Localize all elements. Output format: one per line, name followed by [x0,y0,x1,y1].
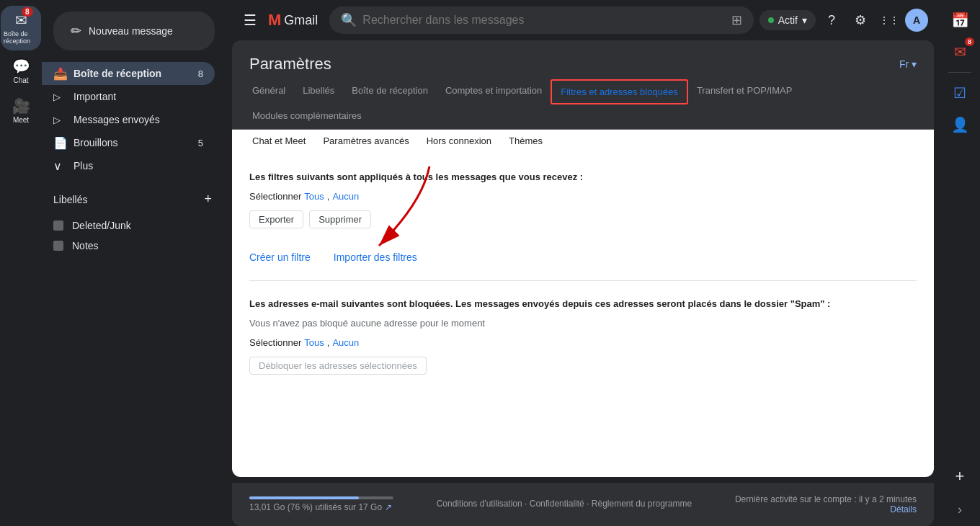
compose-button[interactable]: ✏ Nouveau message [53,12,215,50]
label-deleted-junk[interactable]: Deleted/Junk [42,215,215,236]
drafts-count: 5 [198,138,203,148]
contacts-icon: 👤 [951,116,969,133]
labels-section-header: Libellés + [42,183,226,215]
status-button[interactable]: Actif ▾ [760,10,816,30]
settings-tabs-row2: Chat et Meet Paramètres avancés Hors con… [232,130,934,154]
nav-inbox-label: Boîte de réception [74,68,195,79]
storage-label: 13,01 Go (76 %) utilisés sur 17 Go [249,502,382,512]
mail-nav-item[interactable]: ✉ 8 Boîte de réception [1,6,41,50]
hamburger-menu[interactable]: ☰ [238,6,262,35]
search-options-icon[interactable]: ⊞ [731,12,742,28]
create-filter-section: Créer un filtre Importer des filtres [249,246,917,281]
storage-text: 13,01 Go (76 %) utilisés sur 17 Go ↗ [249,502,393,512]
tab-chat[interactable]: Chat et Meet [244,130,314,154]
search-bar[interactable]: 🔍 ⊞ [329,6,753,34]
right-rail-calendar[interactable]: 📅 [945,6,974,35]
status-dot [768,17,774,23]
sent-icon: ▷ [53,115,74,125]
tab-themes[interactable]: Thèmes [500,130,551,154]
nav-important[interactable]: ▷ Important [42,85,215,108]
search-input[interactable] [362,14,725,27]
select-all-link[interactable]: Tous [304,191,324,202]
nav-sent[interactable]: ▷ Messages envoyés [42,108,215,131]
nav-more[interactable]: ∨ Plus [42,154,215,177]
nav-drafts-label: Brouillons [74,137,195,148]
tab-inbox[interactable]: Boîte de réception [343,79,437,104]
nav-drafts[interactable]: 📄 Brouillons 5 [42,131,215,154]
calendar-icon: 📅 [951,12,969,29]
apps-button[interactable]: ⋮⋮ [876,7,902,33]
right-rail: 📅 ✉ 8 ☑ 👤 + › [940,0,980,526]
topbar-actions: Actif ▾ ? ⚙ ⋮⋮ A [760,7,928,33]
delete-button[interactable]: Supprimer [309,210,371,228]
meet-nav-item[interactable]: 🎥 Meet [1,92,41,130]
import-filter-link[interactable]: Importer des filtres [334,251,417,263]
tab-addons[interactable]: Modules complémentaires [244,104,370,129]
left-icon-rail: ✉ 8 Boîte de réception 💬 Chat 🎥 Meet [0,0,42,526]
program-link[interactable]: Règlement du programme [592,499,692,509]
tab-accounts[interactable]: Comptes et importation [437,79,551,104]
settings-button[interactable]: ⚙ [847,7,873,33]
footer-activity: Dernière activité sur le compte : il y a… [735,494,917,514]
avatar[interactable]: A [905,9,928,32]
chevron-down-icon: ∨ [53,159,74,173]
blocked-select-all-link[interactable]: Tous [304,337,324,348]
right-rail-check[interactable]: ☑ [945,79,974,107]
footer-links: Conditions d'utilisation · Confidentiali… [437,497,692,511]
details-link[interactable]: Détails [890,504,917,514]
create-filter-link[interactable]: Créer un filtre [249,251,311,263]
storage-bar [249,496,393,499]
right-mail-icon: ✉ [954,43,966,61]
settings-tabs-row1: Général Libellés Boîte de réception Comp… [232,73,934,130]
compose-label: Nouveau message [89,25,173,37]
activity-text: Dernière activité sur le compte : il y a… [735,494,917,504]
right-rail-mail[interactable]: ✉ 8 [945,37,974,66]
unblock-button[interactable]: Débloquer les adresses sélectionnées [249,357,427,375]
nav-important-label: Important [74,91,203,102]
mail-icon: ✉ 8 [15,12,27,29]
footer: 13,01 Go (76 %) utilisés sur 17 Go ↗ Con… [232,483,934,526]
storage-section: 13,01 Go (76 %) utilisés sur 17 Go ↗ [249,496,393,512]
chat-nav-item[interactable]: 💬 Chat [1,52,41,90]
select-label: Sélectionner [249,191,301,202]
blocked-select-comma: , [327,337,330,348]
tab-offline[interactable]: Hors connexion [418,130,500,154]
select-none-link[interactable]: Aucun [332,191,359,202]
blocked-section: Les adresses e-mail suivantes sont bloqu… [249,298,917,375]
privacy-link[interactable]: Confidentialité [530,499,584,509]
status-chevron-icon: ▾ [802,14,807,26]
tab-advanced[interactable]: Paramètres avancés [314,130,417,154]
tab-labels[interactable]: Libellés [294,79,343,104]
filter-select-row: Sélectionner Tous , Aucun [249,191,917,202]
inbox-count: 8 [198,68,203,79]
add-label-button[interactable]: + [201,189,215,210]
label-notes-text: Notes [72,240,99,251]
label-notes[interactable]: Notes [42,236,215,256]
help-button[interactable]: ? [819,7,845,33]
compose-icon: ✏ [71,23,81,39]
right-rail-add-button[interactable]: + [945,462,974,491]
tab-forwarding[interactable]: Transfert et POP/IMAP [688,79,801,104]
tab-filters[interactable]: Filtres et adresses bloquées [551,79,688,104]
chat-nav-label: Chat [13,76,28,84]
blocked-select-row: Sélectionner Tous , Aucun [249,337,917,348]
mail-nav-label: Boîte de réception [4,30,38,45]
blocked-section-title: Les adresses e-mail suivantes sont bloqu… [249,298,917,309]
terms-link[interactable]: Conditions d'utilisation [437,499,522,509]
nav-inbox[interactable]: 📥 Boîte de réception 8 [42,62,215,85]
blocked-select-none-link[interactable]: Aucun [332,337,359,348]
blocked-empty-message: Vous n'avez pas bloqué aucune adresse po… [249,318,917,329]
right-rail-contacts[interactable]: 👤 [945,110,974,139]
labels-section-title: Libellés [53,194,87,205]
storage-fill [249,496,359,499]
right-rail-chevron[interactable]: › [955,499,965,520]
select-comma: , [327,191,330,202]
main-content: ☰ M Gmail 🔍 ⊞ Actif ▾ ? ⚙ ⋮⋮ A Paramètre… [226,0,940,526]
filter-buttons: Exporter Supprimer [249,210,917,228]
language-selector[interactable]: Fr ▾ [899,58,917,70]
export-button[interactable]: Exporter [249,210,303,228]
storage-external-link[interactable]: ↗ [385,502,392,512]
settings-panel: Paramètres Fr ▾ Général Libellés Boîte d… [232,40,934,477]
inbox-icon: 📥 [53,67,74,81]
tab-general[interactable]: Général [244,79,294,104]
